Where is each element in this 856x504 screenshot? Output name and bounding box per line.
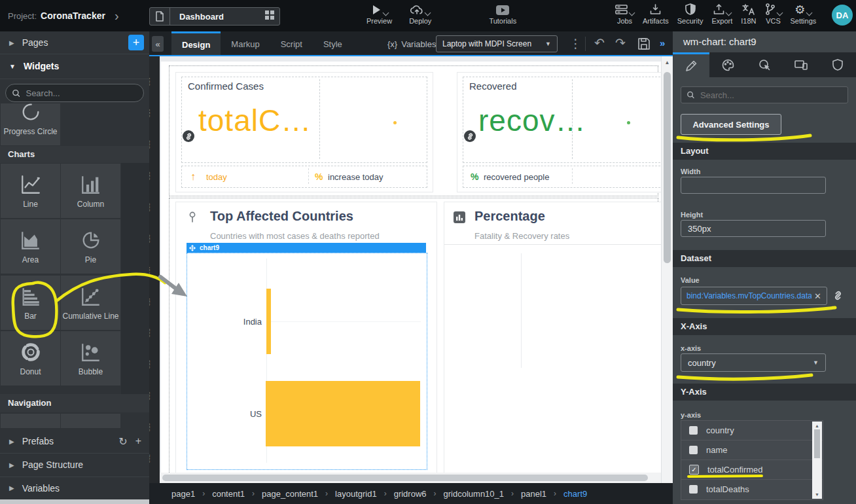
list-scrollbar[interactable]: ▲ ▼ bbox=[812, 422, 822, 499]
sidebar-section-variables[interactable]: ▶ Variables bbox=[0, 477, 149, 500]
deploy-button[interactable]: Deploy bbox=[409, 3, 431, 25]
user-avatar[interactable]: DA bbox=[832, 5, 853, 26]
scroll-down-arrow[interactable]: ▼ bbox=[815, 492, 819, 497]
widget-tile-column[interactable]: Column bbox=[61, 164, 120, 218]
chevron-down-icon[interactable] bbox=[776, 10, 783, 16]
checkbox-unchecked[interactable] bbox=[689, 446, 698, 454]
preview-button[interactable]: Preview bbox=[366, 3, 392, 25]
breadcrumb-item[interactable]: content1 bbox=[212, 489, 245, 499]
yaxis-option-totaldeaths[interactable]: totalDeaths bbox=[681, 480, 823, 499]
widget-tile-partial[interactable] bbox=[1, 414, 60, 428]
widget-tile-area[interactable]: Area bbox=[1, 219, 60, 274]
bar-chart-widget[interactable]: India US bbox=[187, 253, 427, 470]
chevron-down-icon[interactable] bbox=[629, 10, 635, 16]
breadcrumb-item-active[interactable]: chart9 bbox=[563, 489, 587, 499]
export-button[interactable]: Export bbox=[711, 3, 732, 25]
vcs-button[interactable]: VCS bbox=[765, 3, 782, 25]
scroll-up-arrow[interactable]: ▲ bbox=[662, 60, 673, 65]
height-input[interactable] bbox=[681, 220, 826, 237]
collapse-left-panel-button[interactable]: « bbox=[152, 36, 164, 52]
widget-tile-partial[interactable] bbox=[61, 414, 120, 428]
refresh-icon[interactable]: ↻ bbox=[118, 435, 127, 448]
tutorials-button[interactable]: Tutorials bbox=[489, 3, 516, 25]
binding-link-icon[interactable] bbox=[183, 130, 194, 142]
save-icon[interactable] bbox=[637, 37, 651, 50]
dataset-section-header[interactable]: Dataset bbox=[673, 250, 856, 267]
grid-layout-icon[interactable] bbox=[265, 10, 274, 22]
project-block[interactable]: Project: CoronaTracker › bbox=[8, 0, 119, 31]
breadcrumb-item[interactable]: gridcolumn10_1 bbox=[444, 489, 505, 499]
property-search[interactable] bbox=[681, 86, 848, 103]
sidebar-section-widgets[interactable]: ▼ Widgets bbox=[0, 54, 149, 79]
scroll-up-arrow[interactable]: ▲ bbox=[815, 423, 819, 428]
confirmed-cases-card[interactable]: Confirmed Cases totalC… ↑ today % increa… bbox=[175, 72, 433, 192]
dataset-value-input[interactable]: bind:Variables.mvTopCountries.dataSe ✕ bbox=[681, 287, 827, 305]
tab-design[interactable]: Design bbox=[171, 31, 221, 56]
add-prefab-icon[interactable]: + bbox=[135, 435, 141, 448]
undo-icon[interactable]: ↶ bbox=[594, 37, 605, 49]
expand-right-panel-icon[interactable]: » bbox=[660, 37, 665, 48]
advanced-settings-button[interactable]: Advanced Settings bbox=[681, 114, 781, 135]
xaxis-select[interactable]: country ▼ bbox=[681, 353, 826, 372]
tab-markup[interactable]: Markup bbox=[221, 31, 270, 56]
today-label[interactable]: today bbox=[206, 172, 227, 182]
yaxis-option-totalconfirmed[interactable]: ✓ totalConfirmed bbox=[681, 460, 823, 480]
tab-events[interactable] bbox=[746, 52, 783, 77]
scrollbar-thumb[interactable] bbox=[664, 72, 671, 263]
tab-devices[interactable] bbox=[783, 52, 819, 77]
bar-us[interactable] bbox=[266, 381, 420, 446]
xaxis-section-header[interactable]: X-Axis bbox=[673, 318, 856, 335]
selected-widget-bar[interactable]: chart9 bbox=[187, 243, 426, 253]
widget-tile-progress-circle[interactable]: Progress Circle bbox=[1, 103, 60, 145]
binding-expression[interactable]: bind:Variables.mvTopCountries.dataSe bbox=[687, 291, 811, 300]
page-icon[interactable] bbox=[150, 8, 170, 25]
breadcrumb-item[interactable]: layoutgrid1 bbox=[335, 489, 377, 499]
widget-search-input[interactable] bbox=[24, 88, 137, 99]
checkbox-unchecked[interactable] bbox=[689, 426, 698, 435]
breadcrumb-item[interactable]: gridrow6 bbox=[394, 489, 427, 499]
percentage-card[interactable]: Percentage Fatality & Recovery rates bbox=[444, 202, 662, 474]
tab-security[interactable] bbox=[819, 52, 856, 77]
page-tab-label[interactable]: Dashboard bbox=[179, 12, 265, 22]
width-input[interactable] bbox=[681, 177, 826, 194]
kebab-menu-icon[interactable]: ⋮ bbox=[569, 37, 582, 50]
chevron-down-icon[interactable] bbox=[806, 10, 813, 16]
add-page-button[interactable]: + bbox=[128, 35, 144, 50]
checkbox-unchecked[interactable] bbox=[689, 485, 698, 494]
breadcrumb-item[interactable]: panel1 bbox=[521, 489, 546, 499]
scrollbar-thumb[interactable] bbox=[162, 475, 648, 481]
jobs-button[interactable]: Jobs bbox=[615, 3, 634, 25]
widget-tile-bar[interactable]: Bar bbox=[1, 276, 60, 330]
widget-tile-pie[interactable]: Pie bbox=[61, 219, 120, 274]
chevron-down-icon[interactable] bbox=[425, 10, 431, 16]
canvas-horizontal-scrollbar[interactable] bbox=[160, 473, 661, 483]
confirmed-total-value[interactable]: totalC… bbox=[198, 103, 312, 138]
scrollbar-thumb[interactable] bbox=[814, 429, 820, 458]
yaxis-option-country[interactable]: country bbox=[681, 421, 823, 441]
increase-today-label[interactable]: increase today bbox=[328, 172, 383, 182]
widget-tile-bubble[interactable]: Bubble bbox=[61, 331, 120, 386]
sidebar-section-prefabs[interactable]: ▶ Prefabs ↻ + bbox=[0, 429, 149, 454]
breadcrumb-item[interactable]: page1 bbox=[171, 489, 195, 499]
tab-properties[interactable] bbox=[673, 52, 709, 77]
yaxis-section-header[interactable]: Y-Axis bbox=[673, 384, 856, 401]
layout-section-header[interactable]: Layout bbox=[673, 143, 856, 160]
breadcrumb-item[interactable]: page_content1 bbox=[262, 489, 318, 499]
chevron-down-icon[interactable] bbox=[725, 10, 732, 16]
page-tab-dashboard[interactable]: Dashboard bbox=[149, 7, 280, 26]
binding-link-icon[interactable] bbox=[464, 130, 476, 142]
bar-india[interactable] bbox=[266, 289, 271, 354]
device-selector[interactable]: Laptop with MDPI Screen ▼ bbox=[436, 35, 558, 52]
widget-tile-line[interactable]: Line bbox=[1, 164, 60, 218]
property-search-input[interactable] bbox=[699, 90, 842, 101]
clear-binding-icon[interactable]: ✕ bbox=[814, 291, 821, 301]
widget-tile-cumulative-line[interactable]: Cumulative Line bbox=[61, 276, 120, 330]
redo-icon[interactable]: ↷ bbox=[615, 37, 626, 49]
widget-search[interactable] bbox=[5, 84, 144, 102]
tab-styles[interactable] bbox=[709, 52, 746, 77]
widget-tile-donut[interactable]: Donut bbox=[1, 331, 60, 386]
yaxis-option-name[interactable]: name bbox=[681, 441, 823, 460]
security-button[interactable]: Security bbox=[677, 3, 704, 25]
recovered-card[interactable]: Recovered recov… % recovered people bbox=[457, 72, 662, 192]
recovered-total-value[interactable]: recov… bbox=[478, 103, 586, 138]
